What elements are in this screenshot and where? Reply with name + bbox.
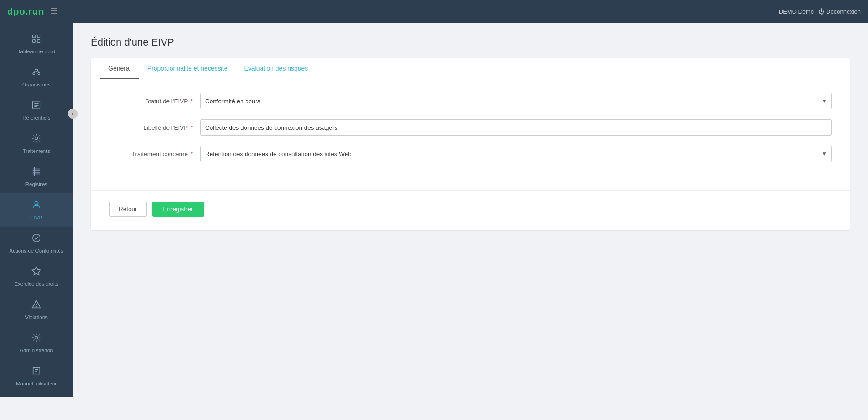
sidebar-label-registres: Registres [25, 182, 48, 187]
sidebar-item-referentiels[interactable]: Référentiels [0, 94, 73, 127]
sidebar-item-actions-conformites[interactable]: Actions de Conformités [0, 227, 73, 260]
tab-general[interactable]: Général [100, 58, 139, 79]
svg-point-4 [35, 69, 38, 72]
referentiels-icon [31, 100, 41, 113]
sidebar-label-actions-conformites: Actions de Conformités [10, 248, 64, 253]
traitements-icon [31, 133, 41, 146]
actions-icon [31, 233, 41, 246]
traitement-select-wrapper: Rétention des données de consultation de… [200, 146, 832, 162]
topbar-left: dpo.run ☰ [7, 6, 58, 17]
page-title: Édition d'une EIVP [91, 36, 850, 48]
sidebar-label-administration: Administration [20, 348, 53, 353]
sidebar-label-organismes: Organismes [22, 82, 50, 87]
svg-line-7 [34, 71, 35, 72]
svg-point-14 [35, 202, 38, 205]
svg-rect-1 [37, 35, 40, 38]
svg-rect-2 [33, 40, 35, 42]
svg-line-8 [38, 71, 39, 72]
form-divider [91, 190, 850, 191]
tab-proportionnalite[interactable]: Proportionnalité et nécessité [139, 58, 236, 79]
eivp-icon [31, 200, 41, 213]
statut-required: * [191, 98, 193, 105]
sidebar-item-administration[interactable]: Administration [0, 326, 73, 359]
main-content: Édition d'une EIVP Général Proportionnal… [73, 23, 868, 420]
save-button[interactable]: Enregistrer [152, 202, 204, 217]
statut-group: Statut de l'EIVP * Conformité en cours C… [109, 93, 832, 109]
sidebar-item-violations[interactable]: Violations [0, 293, 73, 326]
sidebar-wrapper: Tableau de bord Organismes Référentiels … [0, 23, 73, 420]
form-card: Général Proportionnalité et nécessité Év… [91, 58, 850, 230]
tab-evaluation[interactable]: Évaluation des risques [236, 58, 316, 79]
svg-point-5 [33, 72, 35, 75]
registres-icon [31, 167, 41, 179]
hamburger-icon[interactable]: ☰ [50, 6, 58, 16]
logout-icon: ⏻ [818, 8, 824, 15]
svg-rect-3 [37, 40, 40, 42]
sidebar-label-traitements: Traitements [23, 148, 50, 154]
svg-point-6 [38, 72, 40, 75]
svg-point-17 [36, 306, 37, 307]
statut-label: Statut de l'EIVP * [109, 98, 200, 105]
tabs-container: Général Proportionnalité et nécessité Év… [91, 58, 850, 79]
topbar-right: DEMO Démo ⏻ Déconnexion [779, 8, 861, 15]
logout-label: Déconnexion [826, 8, 861, 15]
user-label: DEMO Démo [779, 8, 814, 15]
sidebar-item-registres[interactable]: Registres [0, 160, 73, 193]
traitement-group: Traitement concerné * Rétention des donn… [109, 146, 832, 162]
sidebar-item-organismes[interactable]: Organismes [0, 61, 73, 94]
sidebar: Tableau de bord Organismes Référentiels … [0, 23, 73, 397]
libelle-required: * [191, 124, 193, 131]
svg-point-15 [33, 234, 40, 242]
statut-select-wrapper: Conformité en cours Conforme Non conform… [200, 93, 832, 109]
sidebar-collapse-button[interactable]: ‹ [68, 109, 78, 119]
form-body: Statut de l'EIVP * Conformité en cours C… [91, 79, 850, 186]
sidebar-item-tableau-de-bord[interactable]: Tableau de bord [0, 27, 73, 61]
sidebar-label-tableau-de-bord: Tableau de bord [18, 49, 55, 54]
sidebar-item-traitements[interactable]: Traitements [0, 127, 73, 160]
traitement-required: * [191, 151, 193, 157]
logo: dpo.run [7, 6, 44, 17]
sidebar-label-violations: Violations [25, 314, 48, 320]
libelle-label: Libellé de l'EIVP * [109, 124, 200, 131]
sidebar-label-referentiels: Référentiels [22, 115, 50, 121]
svg-point-13 [35, 137, 38, 140]
administration-icon [31, 333, 41, 345]
sidebar-label-manuel-utilisateur: Manuel utilisateur [16, 381, 57, 386]
topbar: dpo.run ☰ DEMO Démo ⏻ Déconnexion [0, 0, 868, 23]
traitement-select[interactable]: Rétention des données de consultation de… [200, 146, 832, 162]
sidebar-item-manuel-utilisateur[interactable]: Manuel utilisateur [0, 359, 73, 393]
droits-icon [31, 266, 41, 279]
traitement-label: Traitement concerné * [109, 151, 200, 157]
dashboard-icon [31, 34, 41, 46]
sidebar-label-eivp: EIVP [30, 215, 42, 220]
organismes-icon [31, 67, 41, 80]
sidebar-item-eivp[interactable]: EIVP [0, 193, 73, 227]
manuel-icon [31, 366, 41, 379]
libelle-group: Libellé de l'EIVP * [109, 119, 832, 136]
back-button[interactable]: Retour [109, 202, 147, 217]
violations-icon [31, 299, 41, 312]
statut-select[interactable]: Conformité en cours Conforme Non conform… [200, 93, 832, 109]
layout: Tableau de bord Organismes Référentiels … [0, 23, 868, 420]
logout-button[interactable]: ⏻ Déconnexion [818, 8, 861, 15]
form-actions: Retour Enregistrer [91, 202, 850, 217]
libelle-input[interactable] [200, 119, 832, 136]
svg-point-18 [35, 336, 38, 339]
sidebar-label-exercice-droits: Exercice des droits [14, 281, 58, 287]
svg-rect-0 [33, 35, 35, 38]
sidebar-item-exercice-droits[interactable]: Exercice des droits [0, 260, 73, 293]
